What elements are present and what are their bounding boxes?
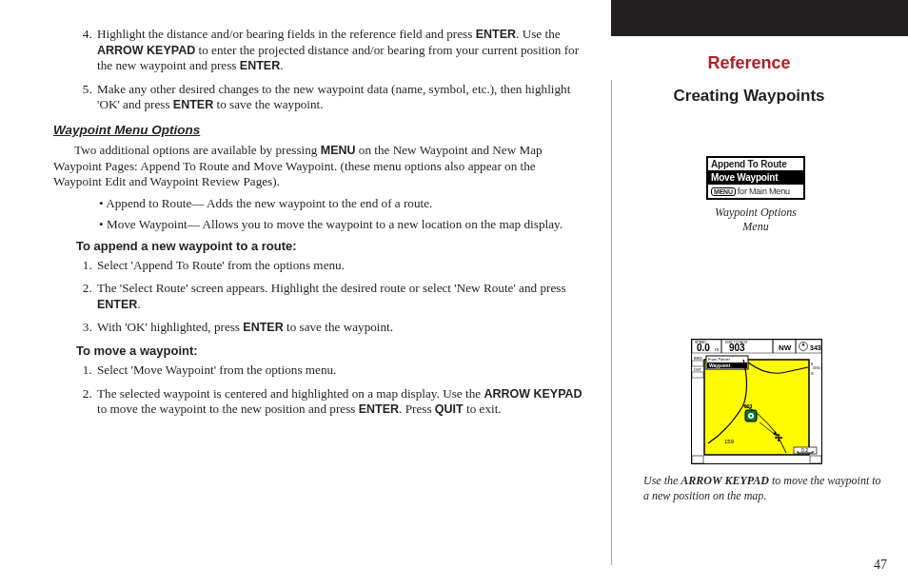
svg-rect-1 [692,340,821,353]
text: Use the [643,474,681,487]
list-c-item: Select 'Move Waypoint' from the options … [95,363,586,379]
reference-subtitle: Creating Waypoints [611,87,887,106]
waypoint-id: 003 [744,403,753,409]
text: With 'OK' highlighted, press [97,320,243,334]
waypoint-marker-icon [745,410,757,421]
figure-map: SPEED 0.0 m DIST TO NEXT 903 NW 343 BRG … [691,339,822,464]
menu-hint-row: MENUfor Main Menu [708,185,803,198]
text: . [280,58,283,72]
text: Highlight the distance and/or bearing fi… [97,27,476,41]
text: The 'Select Route' screen appears. Highl… [97,281,566,295]
dist-value: 903 [729,343,745,353]
text: to save the waypoint. [213,97,323,111]
body-text: Highlight the distance and/or bearing fi… [53,27,586,425]
page-number: 47 [874,558,887,573]
svg-text:m: m [715,346,719,352]
text: to save the waypoint. [284,320,393,334]
text: to exit. [464,402,502,416]
menu-row-append: Append To Route [708,158,803,171]
map-svg: SPEED 0.0 m DIST TO NEXT 903 NW 343 BRG … [691,339,822,464]
vertical-rule [611,80,612,565]
lead-move: To move a waypoint: [76,343,586,359]
list-b-item: With 'OK' highlighted, press ENTER to sa… [95,320,586,336]
key-enter: ENTER [97,298,137,311]
svg-point-22 [750,415,752,417]
svg-text:BRG: BRG [694,356,702,361]
text: . [137,297,140,311]
menu-row-move-selected: Move Waypoint [708,171,803,185]
list-b-item: Select 'Append To Route' from the option… [95,258,586,274]
key-enter: ENTER [173,98,213,111]
speed-value: 0.0 [697,343,710,353]
list-a-item: Make any other desired changes to the ne… [95,82,586,113]
bullet-item: Move Waypoint— Allows you to move the wa… [99,217,586,233]
key-enter: ENTER [359,402,399,416]
options-menu-box: Append To Route Move Waypoint MENUfor Ma… [706,156,805,200]
key-arrow-keypad: ARROW KEYPAD [681,474,769,487]
text: . Use the [516,27,561,41]
list-b-item: The 'Select Route' screen appears. Highl… [95,281,586,312]
list-b: Select 'Append To Route' from the option… [53,258,586,336]
svg-text:30'59.399': 30'59.399' [813,366,822,370]
lead-append: To append a new waypoint to a route: [76,239,586,254]
svg-text:DST: DST [694,367,702,372]
list-a-item: Highlight the distance and/or bearing fi… [95,27,586,74]
intro-paragraph: Two additional options are available by … [53,143,586,190]
figure-options-menu: Append To Route Move Waypoint MENUfor Ma… [706,156,805,234]
key-arrow-keypad: ARROW KEYPAD [484,387,582,401]
subhead-waypoint-menu-options: Waypoint Menu Options [53,123,586,139]
key-enter: ENTER [240,59,280,72]
bullet-list: Append to Route— Adds the new waypoint t… [53,196,586,233]
svg-text:From Pointer: From Pointer [708,357,731,362]
figure-2-caption: Use the ARROW KEYPAD to move the waypoin… [643,474,881,503]
svg-rect-9 [704,360,809,455]
sidebar-heading: Reference Creating Waypoints [611,53,887,134]
svg-text:W: W [811,372,814,376]
bearing-value: 343 [810,344,821,351]
key-enter: ENTER [476,28,516,41]
text: . Press [399,402,435,416]
text: The selected waypoint is centered and hi… [97,386,484,401]
bullet-item: Append to Route— Adds the new waypoint t… [99,196,586,212]
text: to move the waypoint to the new position… [97,402,359,416]
list-c: Select 'Move Waypoint' from the options … [53,363,586,418]
road-label: 159 [724,439,735,444]
key-quit: QUIT [435,402,464,416]
nw-label: NW [779,343,792,352]
page: Highlight the distance and/or bearing fi… [0,0,908,588]
header-black-bar [611,0,908,36]
key-menu: MENU [321,144,356,157]
list-a: Highlight the distance and/or bearing fi… [53,27,586,113]
menu-hint-text: for Main Menu [738,186,790,196]
key-enter: ENTER [243,321,283,334]
menu-button-icon: MENU [711,187,736,196]
popup-label: Waypoint [709,363,731,368]
text: Two additional options are available by … [74,143,321,157]
scale-value: 0.2 [801,447,808,453]
reference-title: Reference [611,53,887,73]
figure-1-caption: Waypoint Options Menu [706,206,805,234]
text: Make any other desired changes to the ne… [97,82,570,112]
key-arrow-keypad: ARROW KEYPAD [97,44,195,57]
list-c-item: The selected waypoint is centered and hi… [95,386,586,418]
